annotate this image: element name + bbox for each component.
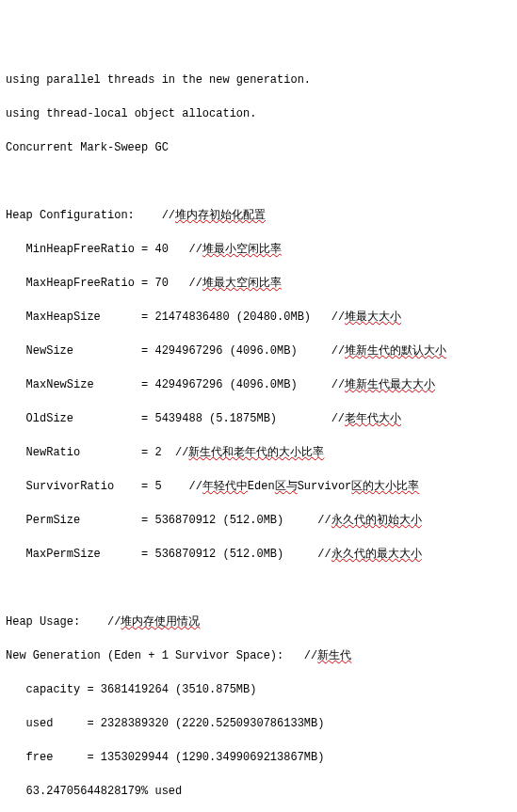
stat-key: free [26,751,81,764]
stat-row: used = 2328389320 (2220.5250930786133MB) [6,715,511,732]
heap-usage-title: Heap Usage: [6,615,80,629]
config-row: PermSize = 536870912 (512.0MB) //永久代的初始大… [6,512,511,529]
config-val: 5 [154,480,161,493]
config-val: 2 [154,446,161,459]
config-key: NewRatio [26,446,135,459]
config-key: NewSize [26,344,135,358]
config-comment-cn: 永久代的初始大小 [331,514,422,527]
stat-row: capacity = 3681419264 (3510.875MB) [6,681,511,698]
config-comment-cn: 新生代和老年代的大小比率 [188,446,324,459]
config-val: 40 [154,243,168,256]
config-comment-cn: 老年代大小 [345,412,401,425]
config-val: 4294967296 (4096.0MB) [154,344,297,358]
heap-config-comment-cn: 堆内存初始化配置 [175,209,266,222]
pct-row: 63.24705644828179% used [6,783,511,800]
stat-val: 1353029944 (1290.3499069213867MB) [101,751,325,764]
pct-used: 63.24705644828179% used [26,785,183,798]
config-row: MaxHeapFreeRatio = 70 //堆最大空闲比率 [6,275,511,292]
newgen-comment-cn: 新生代 [317,649,351,662]
blank-line [6,580,511,597]
config-comment-cn: 堆新生代最大大小 [345,378,435,391]
config-row: MaxHeapSize = 21474836480 (20480.0MB) //… [6,309,511,326]
stat-row: free = 1353029944 (1290.3499069213867MB) [6,749,511,766]
newgen-header: New Generation (Eden + 1 Survivor Space)… [6,647,511,664]
config-key: MaxPermSize [26,548,135,561]
config-val: 21474836480 (20480.0MB) [154,310,311,324]
intro-line: using parallel threads in the new genera… [6,72,511,88]
config-comment-cn: 堆最大空闲比率 [202,277,282,290]
intro-line: using thread-local object allocation. [6,105,511,122]
stat-val: 2328389320 (2220.5250930786133MB) [101,717,325,730]
config-row: MaxPermSize = 536870912 (512.0MB) //永久代的… [6,546,511,563]
config-row: NewSize = 4294967296 (4096.0MB) //堆新生代的默… [6,342,511,359]
config-val: 536870912 (512.0MB) [154,548,283,561]
config-row: SurvivorRatio = 5 //年轻代中Eden区与Survivor区的… [6,478,511,495]
config-key: MaxHeapSize [26,310,135,324]
stat-val: 3681419264 (3510.875MB) [101,683,257,696]
config-key: PermSize [26,514,135,527]
config-comment-cn: 永久代的最大大小 [331,548,422,561]
heap-config-header: Heap Configuration: //堆内存初始化配置 [6,207,511,224]
stat-key: used [26,717,81,730]
config-comment-cn: 年轻代中 [202,480,248,493]
newgen-label: New Generation (Eden + 1 Survivor Space)… [6,649,283,662]
config-comment-cn: 堆最大大小 [345,310,401,324]
config-row: MaxNewSize = 4294967296 (4096.0MB) //堆新生… [6,376,511,393]
intro-line: Concurrent Mark-Sweep GC [6,139,511,156]
config-val: 5439488 (5.1875MB) [154,412,277,425]
config-row: OldSize = 5439488 (5.1875MB) //老年代大小 [6,410,511,427]
config-val: 70 [154,277,168,290]
config-key: MaxNewSize [26,378,135,391]
config-key: MaxHeapFreeRatio [26,277,135,290]
comment-slash: // [162,209,175,222]
heap-usage-header: Heap Usage: //堆内存使用情况 [6,613,511,630]
config-comment-cn: 堆最小空闲比率 [202,243,282,256]
config-row: NewRatio = 2 //新生代和老年代的大小比率 [6,444,511,461]
config-key: OldSize [26,412,135,425]
stat-key: capacity [26,683,81,696]
blank-line [6,173,511,190]
config-row: MinHeapFreeRatio = 40 //堆最小空闲比率 [6,241,511,258]
config-val: 4294967296 (4096.0MB) [154,378,297,391]
config-val: 536870912 (512.0MB) [154,514,283,527]
heap-config-title: Heap Configuration: [6,209,135,222]
config-key: MinHeapFreeRatio [26,243,135,256]
heap-usage-comment-cn: 堆内存使用情况 [121,615,200,629]
config-key: SurvivorRatio [26,480,135,493]
config-comment-cn: 堆新生代的默认大小 [345,344,446,358]
